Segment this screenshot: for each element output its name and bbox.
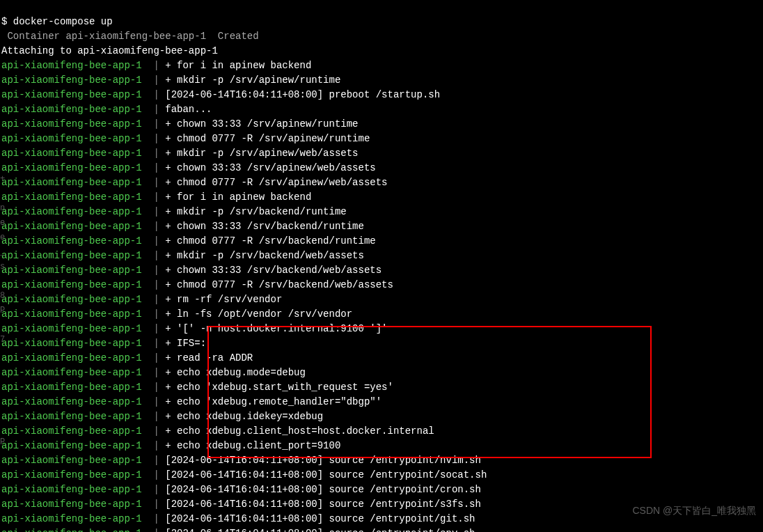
sidebar-mark: P [0, 304, 5, 318]
separator: | [142, 294, 166, 305]
log-line: api-xiaomifeng-bee-app-1 | + chown 33:33… [1, 161, 762, 175]
log-content: + rm -rf /srv/vendor [165, 294, 282, 305]
log-line: api-xiaomifeng-bee-app-1 | [2024-06-14T1… [1, 483, 762, 497]
separator: | [142, 528, 166, 532]
log-line: api-xiaomifeng-bee-app-1 | + chown 33:33… [1, 263, 762, 278]
separator: | [142, 235, 166, 247]
log-container: api-xiaomifeng-bee-app-1 | + for i in ap… [1, 58, 762, 532]
separator: | [142, 425, 166, 437]
separator: | [142, 118, 166, 130]
separator: | [142, 265, 166, 276]
log-content: [2024-06-14T16:04:11+08:00] source /entr… [165, 455, 481, 466]
sidebar-mark [0, 377, 5, 391]
log-content: faban... [165, 104, 212, 115]
container-name-prefix: api-xiaomifeng-bee-app-1 [1, 221, 142, 232]
sidebar-mark: n [0, 201, 5, 216]
sidebar-mark: 8 [0, 289, 5, 304]
log-content: + chmod 0777 -R /srv/backend/web/assets [165, 279, 393, 290]
log-line: api-xiaomifeng-bee-app-1 | + mkdir -p /s… [1, 146, 762, 161]
log-line: api-xiaomifeng-bee-app-1 | + echo 'xdebu… [1, 395, 762, 409]
separator: | [142, 221, 166, 232]
container-name-prefix: api-xiaomifeng-bee-app-1 [1, 60, 142, 71]
separator: | [142, 469, 166, 480]
container-name-prefix: api-xiaomifeng-bee-app-1 [1, 118, 142, 130]
container-name-prefix: api-xiaomifeng-bee-app-1 [1, 250, 142, 261]
separator: | [142, 133, 166, 144]
container-name-prefix: api-xiaomifeng-bee-app-1 [1, 104, 142, 115]
log-content: + ln -fs /opt/vendor /srv/vendor [165, 308, 352, 320]
container-name-prefix: api-xiaomifeng-bee-app-1 [1, 469, 142, 480]
sidebar-marks: +nee_s8P7P [0, 172, 5, 450]
log-line: api-xiaomifeng-bee-app-1 | + echo xdebug… [1, 439, 762, 453]
separator: | [142, 455, 166, 466]
log-content: + chown 33:33 /srv/backend/runtime [165, 221, 364, 232]
log-content: + chown 33:33 /srv/apinew/web/assets [165, 162, 375, 173]
container-name-prefix: api-xiaomifeng-bee-app-1 [1, 279, 142, 290]
separator: | [142, 499, 166, 510]
log-content: + echo xdebug.mode=debug [165, 367, 306, 378]
sidebar-mark [0, 274, 5, 289]
container-created-line: Container api-xiaomifeng-bee-app-1 Creat… [1, 29, 762, 44]
separator: | [142, 162, 166, 173]
log-line: api-xiaomifeng-bee-app-1 | + echo xdebug… [1, 366, 762, 380]
sidebar-mark [0, 406, 5, 421]
log-content: [2024-06-14T16:04:11+08:00] preboot /sta… [165, 89, 440, 100]
log-line: api-xiaomifeng-bee-app-1 | + chmod 0777 … [1, 175, 762, 190]
log-content: + '[' -n host.docker.internal:9100 ']' [165, 323, 387, 334]
log-line: api-xiaomifeng-bee-app-1 | [2024-06-14T1… [1, 453, 762, 468]
log-content: + mkdir -p /srv/backend/runtime [165, 206, 346, 217]
container-name-prefix: api-xiaomifeng-bee-app-1 [1, 235, 142, 247]
log-line: api-xiaomifeng-bee-app-1 | + ln -fs /opt… [1, 307, 762, 322]
sidebar-mark [0, 347, 5, 362]
log-line: api-xiaomifeng-bee-app-1 | + '[' -n host… [1, 322, 762, 336]
separator: | [142, 396, 166, 407]
log-content: [2024-06-14T16:04:11+08:00] source /entr… [165, 528, 475, 532]
sidebar-mark: + [0, 172, 5, 187]
sidebar-mark: e [0, 216, 5, 230]
log-line: api-xiaomifeng-bee-app-1 | + echo 'xdebu… [1, 380, 762, 395]
log-line: api-xiaomifeng-bee-app-1 | [2024-06-14T1… [1, 468, 762, 483]
attaching-line: Attaching to api-xiaomifeng-bee-app-1 [1, 44, 762, 58]
log-content: + echo xdebug.idekey=xdebug [165, 411, 323, 422]
log-line: api-xiaomifeng-bee-app-1 | + chown 33:33… [1, 219, 762, 234]
separator: | [142, 60, 166, 71]
container-name-prefix: api-xiaomifeng-bee-app-1 [1, 528, 142, 532]
container-name-prefix: api-xiaomifeng-bee-app-1 [1, 440, 142, 451]
sidebar-mark: _ [0, 245, 5, 260]
separator: | [142, 148, 166, 159]
log-line: api-xiaomifeng-bee-app-1 | + IFS=: [1, 336, 762, 351]
sidebar-mark [0, 362, 5, 377]
log-content: + chmod 0777 -R /srv/apinew/runtime [165, 133, 370, 144]
log-content: + echo xdebug.client_host=host.docker.in… [165, 425, 434, 437]
log-content: + mkdir -p /srv/apinew/web/assets [165, 148, 358, 159]
separator: | [142, 484, 166, 495]
log-content: [2024-06-14T16:04:11+08:00] source /entr… [165, 484, 481, 495]
container-name-prefix: api-xiaomifeng-bee-app-1 [1, 308, 142, 320]
sidebar-mark [0, 318, 5, 333]
separator: | [142, 352, 166, 363]
log-content: + for i in apinew backend [165, 191, 311, 203]
log-line: api-xiaomifeng-bee-app-1 | + chown 33:33… [1, 117, 762, 132]
log-content: + chown 33:33 /srv/apinew/runtime [165, 118, 358, 130]
separator: | [142, 177, 166, 188]
separator: | [142, 279, 166, 290]
log-line: api-xiaomifeng-bee-app-1 | + mkdir -p /s… [1, 73, 762, 88]
container-name-prefix: api-xiaomifeng-bee-app-1 [1, 75, 142, 86]
container-name-prefix: api-xiaomifeng-bee-app-1 [1, 484, 142, 495]
container-name-prefix: api-xiaomifeng-bee-app-1 [1, 89, 142, 100]
container-name-prefix: api-xiaomifeng-bee-app-1 [1, 191, 142, 203]
log-content: + read -ra ADDR [165, 352, 253, 363]
log-line: api-xiaomifeng-bee-app-1 | [2024-06-14T1… [1, 88, 762, 102]
container-name-prefix: api-xiaomifeng-bee-app-1 [1, 162, 142, 173]
log-line: api-xiaomifeng-bee-app-1 | faban... [1, 102, 762, 117]
container-name-prefix: api-xiaomifeng-bee-app-1 [1, 352, 142, 363]
log-content: + echo 'xdebug.start_with_request =yes' [165, 382, 393, 393]
sidebar-mark: 7 [0, 333, 5, 347]
command-line: $ docker-compose up [1, 15, 762, 29]
terminal-output[interactable]: $ docker-compose up Container api-xiaomi… [0, 0, 763, 532]
log-content: + chmod 0777 -R /srv/apinew/web/assets [165, 177, 387, 188]
container-name-prefix: api-xiaomifeng-bee-app-1 [1, 265, 142, 276]
log-content: [2024-06-14T16:04:11+08:00] source /entr… [165, 513, 475, 524]
header-line [1, 0, 762, 15]
sidebar-mark: e [0, 230, 5, 245]
